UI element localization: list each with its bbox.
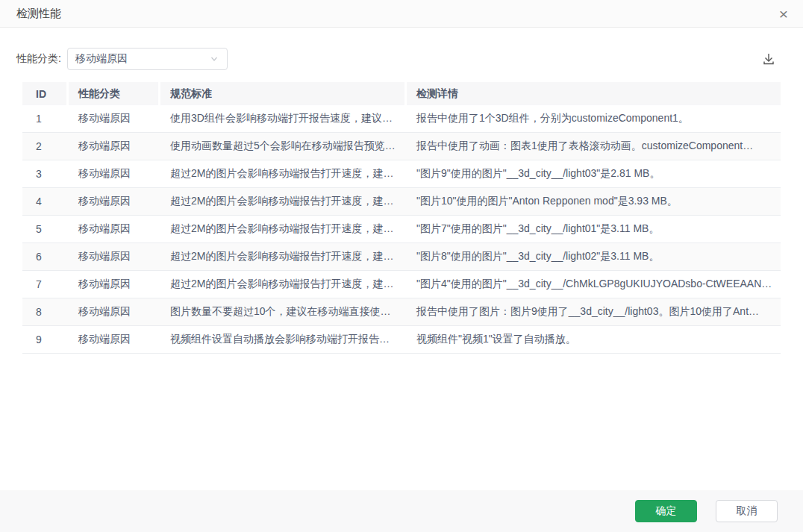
close-icon[interactable]: × xyxy=(776,4,791,23)
cell-standard: 使用动画数量超过5个会影响在移动端报告预览… xyxy=(160,140,407,153)
cell-category: 移动端原因 xyxy=(69,305,160,319)
table-row: 5 移动端原因 超过2M的图片会影响移动端报告打开速度，建… "图片7"使用的图… xyxy=(22,216,781,243)
cell-standard: 超过2M的图片会影响移动端报告打开速度，建… xyxy=(160,195,407,208)
cancel-button[interactable]: 取消 xyxy=(716,500,778,522)
cell-id: 8 xyxy=(22,306,69,318)
table-row: 8 移动端原因 图片数量不要超过10个，建议在移动端直接使… 报告中使用了图片：… xyxy=(22,298,781,326)
dialog-footer: 确定 取消 xyxy=(0,490,803,532)
dialog-title: 检测性能 xyxy=(16,7,61,21)
cell-id: 1 xyxy=(22,113,69,125)
cell-category: 移动端原因 xyxy=(69,222,160,236)
cell-standard: 使用3D组件会影响移动端打开报告速度，建议… xyxy=(160,112,407,125)
table-row: 3 移动端原因 超过2M的图片会影响移动端报告打开速度，建… "图片9"使用的图… xyxy=(22,160,781,188)
chevron-down-icon xyxy=(209,54,219,64)
cell-id: 3 xyxy=(22,168,69,180)
cell-category: 移动端原因 xyxy=(69,112,160,125)
cell-category: 移动端原因 xyxy=(69,278,160,291)
results-table: ID 性能分类 规范标准 检测详情 1 移动端原因 使用3D组件会影响移动端打开… xyxy=(22,82,781,354)
cell-detail: "图片7"使用的图片"__3d_city__/light01"是3.11 MB。 xyxy=(407,222,781,236)
cell-standard: 图片数量不要超过10个，建议在移动端直接使… xyxy=(160,305,407,319)
cell-id: 9 xyxy=(22,334,69,345)
table-row: 1 移动端原因 使用3D组件会影响移动端打开报告速度，建议… 报告中使用了1个3… xyxy=(22,105,781,133)
cell-id: 6 xyxy=(22,251,69,263)
cell-standard: 超过2M的图片会影响移动端报告打开速度，建… xyxy=(160,222,407,236)
table-row: 6 移动端原因 超过2M的图片会影响移动端报告打开速度，建… "图片8"使用的图… xyxy=(22,243,781,271)
cell-standard: 超过2M的图片会影响移动端报告打开速度，建… xyxy=(160,250,407,263)
cell-detail: "图片10"使用的图片"Anton Repponen mod"是3.93 MB。 xyxy=(407,195,781,208)
cell-standard: 视频组件设置自动播放会影响移动端打开报告… xyxy=(160,333,407,346)
cell-id: 7 xyxy=(22,278,69,290)
cell-category: 移动端原因 xyxy=(69,140,160,153)
table-row: 2 移动端原因 使用动画数量超过5个会影响在移动端报告预览… 报告中使用了动画：… xyxy=(22,133,781,160)
download-button[interactable] xyxy=(760,50,778,68)
column-header-category: 性能分类 xyxy=(69,82,160,105)
performance-category-select[interactable]: 移动端原因 xyxy=(67,48,228,70)
table-row: 9 移动端原因 视频组件设置自动播放会影响移动端打开报告… 视频组件"视频1"设… xyxy=(22,326,781,354)
cell-category: 移动端原因 xyxy=(69,195,160,208)
cell-standard: 超过2M的图片会影响移动端报告打开速度，建… xyxy=(160,167,407,181)
column-header-detail: 检测详情 xyxy=(407,82,781,105)
cell-category: 移动端原因 xyxy=(69,250,160,263)
cell-detail: "图片4"使用的图片"__3d_city__/ChMkLGP8gUKIUJYOA… xyxy=(407,278,781,291)
filter-label: 性能分类: xyxy=(16,52,61,66)
cell-detail: 报告中使用了图片：图片9使用了__3d_city__/light03。图片10使… xyxy=(407,305,781,319)
column-header-id: ID xyxy=(22,82,69,105)
cell-detail: "图片9"使用的图片"__3d_city__/light03"是2.81 MB。 xyxy=(407,167,781,181)
cell-category: 移动端原因 xyxy=(69,167,160,181)
cell-detail: 报告中使用了1个3D组件，分别为customizeComponent1。 xyxy=(407,112,781,125)
column-header-standard: 规范标准 xyxy=(160,82,407,105)
cell-id: 2 xyxy=(22,140,69,152)
cell-detail: 视频组件"视频1"设置了自动播放。 xyxy=(407,333,781,346)
select-value: 移动端原因 xyxy=(75,52,128,66)
cell-id: 5 xyxy=(22,223,69,235)
confirm-button[interactable]: 确定 xyxy=(635,500,697,522)
cell-detail: 报告中使用了动画：图表1使用了表格滚动动画。customizeComponent… xyxy=(407,140,781,153)
toolbar: 性能分类: 移动端原因 xyxy=(0,28,803,82)
cell-category: 移动端原因 xyxy=(69,333,160,346)
cell-standard: 超过2M的图片会影响移动端报告打开速度，建… xyxy=(160,278,407,291)
table-header: ID 性能分类 规范标准 检测详情 xyxy=(22,82,781,105)
download-icon xyxy=(761,51,776,66)
dialog-titlebar: 检测性能 × xyxy=(0,0,803,28)
performance-check-dialog: 检测性能 × 性能分类: 移动端原因 ID 性能分类 规范标准 检测详 xyxy=(0,0,803,532)
table-row: 7 移动端原因 超过2M的图片会影响移动端报告打开速度，建… "图片4"使用的图… xyxy=(22,271,781,298)
table-row: 4 移动端原因 超过2M的图片会影响移动端报告打开速度，建… "图片10"使用的… xyxy=(22,188,781,216)
cell-detail: "图片8"使用的图片"__3d_city__/light02"是3.11 MB。 xyxy=(407,250,781,263)
cell-id: 4 xyxy=(22,195,69,207)
table-body: 1 移动端原因 使用3D组件会影响移动端打开报告速度，建议… 报告中使用了1个3… xyxy=(22,105,781,354)
